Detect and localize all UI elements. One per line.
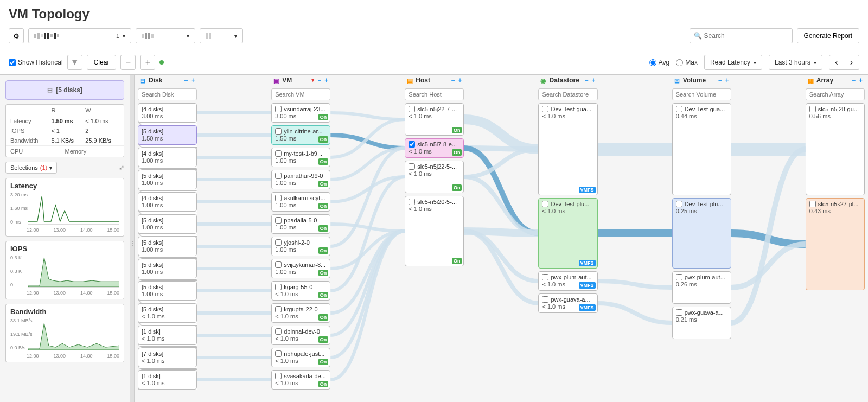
node-checkbox[interactable] (809, 106, 816, 112)
filter-button[interactable]: ▼ (67, 55, 82, 70)
disk-node[interactable]: [5 disks]1.50 ms (138, 125, 197, 145)
node-checkbox[interactable] (275, 350, 282, 357)
host-node[interactable]: slc5-n5i7-8-e...< 1.0 msOn (405, 138, 464, 158)
volume-node[interactable]: pwx-plum-aut...0.26 ms (672, 271, 731, 304)
vm-node[interactable]: yjoshi-2-01.00 msOn (271, 237, 330, 256)
datastore-search-input[interactable] (538, 88, 597, 100)
vm-node[interactable]: ppadalia-5-01.00 msOn (271, 214, 330, 234)
avg-radio[interactable]: Avg (649, 59, 669, 66)
vm-node[interactable]: svijaykumar-8...1.00 msOn (271, 259, 330, 278)
collapse-col[interactable]: − (852, 76, 856, 84)
collapse-col[interactable]: − (451, 76, 455, 84)
filter-pill-2[interactable]: ▾ (136, 28, 195, 43)
vm-node[interactable]: nbhupale-just...< 1.0 msOn (271, 348, 330, 367)
vm-node[interactable]: dbinnal-dev-0< 1.0 msOn (271, 326, 330, 345)
collapse-col[interactable]: − (718, 76, 722, 84)
disk-node[interactable]: [5 disks]1.00 ms (138, 237, 197, 256)
selections-dropdown[interactable]: Selections (1) ▾ (5, 162, 57, 174)
node-checkbox[interactable] (275, 239, 282, 246)
node-checkbox[interactable] (542, 201, 548, 207)
node-checkbox[interactable] (275, 328, 282, 335)
host-node[interactable]: slc5-n5i20-5-...< 1.0 msOn (405, 196, 464, 266)
filter-pill-1[interactable]: 1▾ (28, 28, 131, 43)
disk-node[interactable]: [1 disk]< 1.0 ms (138, 370, 197, 390)
node-checkbox[interactable] (542, 274, 548, 280)
max-radio[interactable]: Max (676, 59, 698, 66)
volume-node[interactable]: Dev-Test-gua...0.44 ms (672, 103, 731, 195)
node-checkbox[interactable] (275, 261, 282, 268)
volume-search-input[interactable] (672, 88, 731, 100)
summary-card[interactable]: ⊟ [5 disks] (5, 80, 124, 100)
node-checkbox[interactable] (275, 306, 282, 312)
datastore-node[interactable]: Dev-Test-plu...< 1.0 msVMFS (538, 198, 597, 269)
node-checkbox[interactable] (275, 128, 282, 135)
sidebar-resizer[interactable]: ⋮ (130, 75, 135, 402)
clear-button[interactable]: Clear (87, 55, 117, 70)
vm-node[interactable]: krgupta-22-0< 1.0 msOn (271, 303, 330, 323)
vm-node[interactable]: vsundarraj-23...3.00 msOn (271, 103, 330, 123)
disk-node[interactable]: [5 disks]1.00 ms (138, 281, 197, 301)
host-search-input[interactable] (405, 88, 464, 100)
show-historical-checkbox[interactable]: Show Historical (9, 59, 63, 66)
vm-node[interactable]: svasakarla-de...< 1.0 msOn (271, 370, 330, 390)
expand-col[interactable]: + (592, 76, 596, 84)
node-checkbox[interactable] (409, 163, 415, 170)
expand-col[interactable]: + (191, 76, 195, 84)
vm-node[interactable]: ylin-citrine-ar...1.50 msOn (271, 125, 330, 145)
vm-node[interactable]: akulkarni-scyt...1.00 msOn (271, 192, 330, 212)
expand-col[interactable]: + (324, 76, 328, 84)
disk-node[interactable]: [4 disks]3.00 ms (138, 103, 197, 123)
node-checkbox[interactable] (809, 201, 816, 207)
volume-node[interactable]: Dev-Test-plu...0.25 ms (672, 198, 731, 269)
collapse-col[interactable]: − (184, 76, 188, 84)
node-checkbox[interactable] (542, 296, 548, 303)
node-checkbox[interactable] (275, 373, 282, 379)
node-checkbox[interactable] (409, 106, 415, 112)
node-checkbox[interactable] (275, 150, 282, 157)
array-node[interactable]: slc5-n5k27-pl...0.43 ms (806, 198, 865, 290)
node-checkbox[interactable] (409, 199, 415, 205)
filter-pill-3[interactable]: ▾ (200, 28, 243, 43)
node-checkbox[interactable] (676, 106, 682, 112)
volume-node[interactable]: pwx-guava-a...0.21 ms (672, 307, 731, 339)
next-button[interactable]: › (844, 55, 859, 70)
disk-node[interactable]: [4 disks]1.00 ms (138, 148, 197, 167)
collapse-col[interactable]: − (317, 76, 321, 84)
expand-icon[interactable]: ⤢ (119, 164, 124, 171)
node-checkbox[interactable] (275, 106, 282, 112)
settings-button[interactable]: ⚙ (9, 28, 24, 43)
host-node[interactable]: slc5-n5j22-5-...< 1.0 msOn (405, 161, 464, 193)
vm-search-input[interactable] (271, 88, 330, 100)
disk-node[interactable]: [5 disks]< 1.0 ms (138, 303, 197, 323)
disk-node[interactable]: [5 disks]1.00 ms (138, 170, 197, 189)
expand-col[interactable]: + (725, 76, 729, 84)
host-node[interactable]: slc5-n5j22-7-...< 1.0 msOn (405, 103, 464, 136)
node-checkbox[interactable] (275, 217, 282, 224)
disk-node[interactable]: [5 disks]1.00 ms (138, 259, 197, 278)
vm-node[interactable]: pamathur-99-01.00 msOn (271, 170, 330, 189)
node-checkbox[interactable] (275, 195, 282, 201)
generate-report-button[interactable]: Generate Report (797, 28, 859, 43)
array-node[interactable]: slc5-n5j28-gu...0.56 ms (806, 103, 865, 195)
expand-col[interactable]: + (458, 76, 462, 84)
node-checkbox[interactable] (275, 173, 282, 179)
node-checkbox[interactable] (409, 141, 415, 148)
disk-node[interactable]: [5 disks]1.00 ms (138, 214, 197, 234)
vm-node[interactable]: my-test-1-b9...1.00 msOn (271, 148, 330, 167)
node-checkbox[interactable] (275, 284, 282, 290)
vm-node[interactable]: kgarg-55-0< 1.0 msOn (271, 281, 330, 301)
disk-node[interactable]: [1 disk]< 1.0 ms (138, 326, 197, 345)
datastore-node[interactable]: pwx-plum-aut...< 1.0 msVMFS (538, 271, 597, 291)
array-search-input[interactable] (806, 88, 865, 100)
collapse-col[interactable]: − (585, 76, 589, 84)
node-checkbox[interactable] (542, 106, 548, 112)
disk-node[interactable]: [4 disks]1.00 ms (138, 192, 197, 212)
prev-button[interactable]: ‹ (829, 55, 844, 70)
datastore-node[interactable]: Dev-Test-gua...< 1.0 msVMFS (538, 103, 597, 195)
disk-node[interactable]: [7 disks]< 1.0 ms (138, 348, 197, 367)
node-checkbox[interactable] (676, 309, 682, 316)
datastore-node[interactable]: pwx-guava-a...< 1.0 msVMFS (538, 293, 597, 313)
timerange-dropdown[interactable]: Last 3 hours▾ (769, 55, 822, 70)
global-search-input[interactable] (690, 28, 793, 43)
node-checkbox[interactable] (676, 201, 682, 207)
